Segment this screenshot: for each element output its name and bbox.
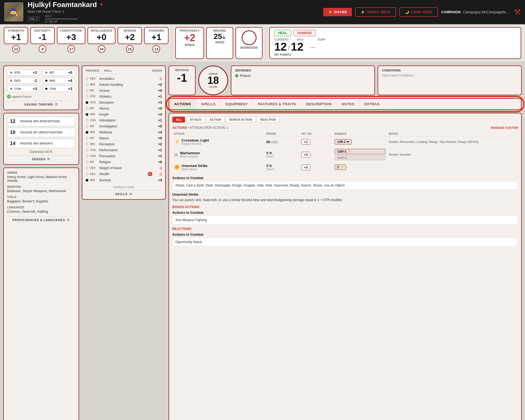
save-dex[interactable]: DEX -1 <box>7 77 40 84</box>
save-int[interactable]: INT +0 <box>42 69 75 76</box>
skill-sleight-bonus: -1 <box>153 166 162 170</box>
skill-survival[interactable]: WIS Survival +4 <box>86 177 162 183</box>
skills-footer[interactable]: Additional Skills <box>86 185 162 189</box>
passive-investigation[interactable]: 10 Passive Int (Investigation) <box>7 128 75 137</box>
skill-investigation-dot <box>86 125 88 128</box>
tab-description[interactable]: Description <box>301 99 337 109</box>
constitution-stat[interactable]: Constitution +3 17 <box>57 27 85 55</box>
tab-equipment[interactable]: Equipment <box>221 99 253 109</box>
combat-actions-title: Actions in Combat <box>172 176 518 180</box>
intelligence-value: 10 <box>98 45 105 53</box>
senses-gear-icon[interactable]: ⚙ <box>47 157 50 161</box>
sub-tab-action[interactable]: Action <box>206 117 225 123</box>
save-str-abbr: STR <box>14 71 22 74</box>
save-int-val: +0 <box>68 70 72 75</box>
skill-sleight-mod: DEX <box>90 166 98 169</box>
skill-history[interactable]: INT History +0 <box>86 106 162 111</box>
tab-notes[interactable]: Notes <box>337 99 359 109</box>
tools-proficiency-section: Tools Bagpipes, Brewer's Supplies <box>7 196 75 203</box>
save-wis-dot <box>45 80 47 82</box>
skill-deception[interactable]: CHA Deception +3 <box>86 100 162 106</box>
intelligence-stat[interactable]: Intelligence +0 10 <box>88 27 115 55</box>
sub-tab-bonus-action[interactable]: Bonus Action <box>226 117 256 123</box>
heal-button[interactable]: Heal <box>274 30 291 36</box>
skill-nature-dot <box>86 137 88 140</box>
warhammer-damage-badge-1: 1d8+1 ⚡ <box>335 149 385 154</box>
long-rest-button[interactable]: 🌙 Long Rest <box>399 7 438 17</box>
proficiencies-gear-icon[interactable]: ⚙ <box>67 218 70 222</box>
skill-sleight-of-hand[interactable]: DEX Sleight of Hand -1 <box>86 165 162 171</box>
skill-deception-bonus: +3 <box>153 100 162 104</box>
actions-section-header: Actions • Attacks per Action: 1 Manage C… <box>172 126 518 130</box>
wisdom-stat[interactable]: Wisdom +2 15 <box>118 27 142 55</box>
tab-spells[interactable]: Spells <box>196 99 221 109</box>
passive-perception[interactable]: 12 Passive Wis (Perception) <box>7 117 75 126</box>
dexterity-stat[interactable]: Dexterity -1 8 <box>30 27 55 55</box>
attack-row-warhammer[interactable]: ⚔ Warhammer Melee Weapon 5 ft. Reach <box>172 147 518 162</box>
skill-acrobatics[interactable]: DEX Acrobatics -1 <box>86 76 162 82</box>
skill-animal-handling[interactable]: WIS Animal Handling +2 <box>86 82 162 88</box>
skill-perception[interactable]: WIS Perception +2 <box>86 141 162 147</box>
skill-stealth[interactable]: DEX Stealth D -1 <box>86 171 162 177</box>
skill-deception-dot <box>86 101 88 104</box>
reactions-header: Reactions <box>172 227 518 231</box>
hp-values: 12 / 12 — <box>274 41 516 52</box>
th-notes: Notes <box>387 131 518 137</box>
sub-tab-reaction[interactable]: Reaction <box>257 117 279 123</box>
skill-arcana[interactable]: INT Arcana +0 <box>86 88 162 94</box>
save-row-3: CON +3 CHA +3 <box>7 86 75 92</box>
skill-athletics[interactable]: STR Athletics +1 <box>86 94 162 100</box>
skill-medicine[interactable]: WIS Medicine +4 <box>86 129 162 135</box>
skill-athletics-dot <box>86 95 88 98</box>
warhammer-damage-cell: 1d8+1 ⚡ 1d10+1 <box>333 147 387 162</box>
skill-persuasion[interactable]: CHA Persuasion +1 <box>86 153 162 159</box>
wisdom-modifier: +2 <box>125 33 135 41</box>
skill-stealth-mod: DEX <box>90 173 98 176</box>
save-str[interactable]: STR +1 <box>7 69 40 76</box>
crossbow-hit-cell: +1 <box>300 137 333 147</box>
skill-investigation[interactable]: INT Investigation +0 <box>86 123 162 129</box>
skill-intimidation-bonus: +1 <box>153 118 162 122</box>
damage-button[interactable]: Damage <box>293 30 316 36</box>
tab-features-traits[interactable]: Features & Traits <box>253 99 301 109</box>
poison-icon: A <box>7 95 11 99</box>
char-name-text: Hjulkyl Foamtankard <box>28 1 97 9</box>
share-button[interactable]: ⚡ Share <box>323 8 352 16</box>
save-con[interactable]: CON +3 <box>7 86 40 92</box>
skill-insight[interactable]: WIS Insight +4 <box>86 111 162 117</box>
initiative-block[interactable]: Initiative -1 <box>168 65 196 95</box>
hp-current: 12 <box>274 41 287 52</box>
save-cha[interactable]: CHA +3 <box>42 86 75 92</box>
tab-extras[interactable]: Extras <box>359 99 385 109</box>
short-rest-button[interactable]: ⚡ Short Rest <box>355 7 396 17</box>
short-rest-icon: ⚡ <box>361 10 365 14</box>
sub-tab-attack[interactable]: Attack <box>186 117 205 123</box>
skill-intimidation[interactable]: CHA Intimidation +1 <box>86 117 162 123</box>
save-wis[interactable]: WIS +4 <box>42 77 75 84</box>
manage-custom-button[interactable]: Manage Custom <box>491 126 518 129</box>
skills-additional-text: Additional Skills <box>113 185 134 189</box>
skill-insight-bonus: +4 <box>153 112 162 116</box>
conditions-add-button[interactable]: Add Active Conditions <box>382 74 517 77</box>
attacks-table-header-row: Attack Range Hit / DC Damage Notes <box>172 131 518 137</box>
inspiration-block[interactable]: Inspiration <box>235 27 262 59</box>
char-name-dropdown-arrow[interactable]: ▼ <box>99 2 104 8</box>
armor-label-bottom: Class <box>209 86 218 88</box>
strength-stat[interactable]: Strength +1 12 <box>4 27 28 55</box>
armor-value: 18 <box>208 75 219 86</box>
sub-tab-all[interactable]: All <box>172 117 185 123</box>
senses-title: Senses ⚙ <box>7 155 75 161</box>
skill-performance[interactable]: CHA Performance +1 <box>86 147 162 153</box>
saving-throws-gear-icon[interactable]: ⚙ <box>55 103 58 106</box>
share-label: Share <box>334 10 347 14</box>
attack-row-unarmed[interactable]: ✊ Unarmed Strike Melee Attack 5 ft. Reac… <box>172 162 518 173</box>
skills-gear-icon[interactable]: ⚙ <box>129 192 132 196</box>
skill-nature[interactable]: INT Nature +0 <box>86 135 162 141</box>
hp-col-headers: Current Max Temp <box>274 38 516 41</box>
skill-religion[interactable]: INT Religion +0 <box>86 159 162 165</box>
charisma-stat[interactable]: Charisma +1 13 <box>144 27 168 55</box>
tab-actions[interactable]: Actions <box>169 99 196 109</box>
skill-stealth-dot <box>86 173 88 175</box>
passive-insight[interactable]: 14 Passive Wis (Insight) <box>7 139 75 148</box>
attack-row-crossbow[interactable]: ⚡ Crossbow, Light Ranged Weapon 80 (320) <box>172 137 518 147</box>
